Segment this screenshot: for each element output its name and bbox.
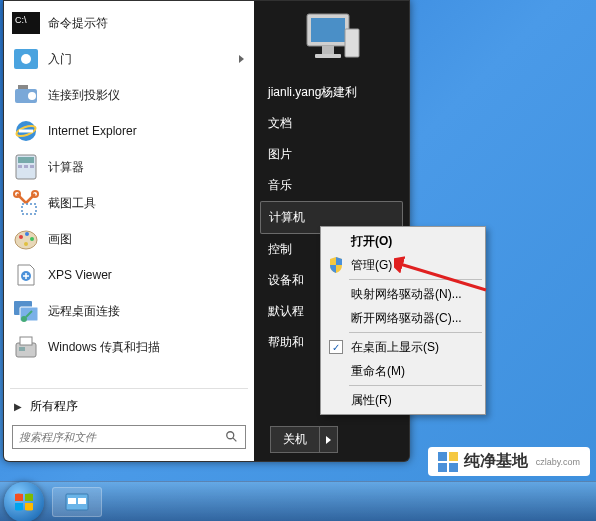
- explorer-icon: [65, 493, 89, 511]
- program-item-calc[interactable]: 计算器: [4, 149, 254, 185]
- projector-icon: [12, 81, 40, 109]
- program-list: C:\命令提示符入门连接到投影仪Internet Explorer计算器截图工具…: [4, 5, 254, 386]
- right-panel-item-0[interactable]: 文档: [260, 108, 403, 139]
- svg-rect-13: [30, 165, 34, 168]
- right-panel-item-2[interactable]: 音乐: [260, 170, 403, 201]
- program-item-getstarted[interactable]: 入门: [4, 41, 254, 77]
- context-menu-item-3[interactable]: 映射网络驱动器(N)...: [323, 282, 483, 306]
- separator: [10, 388, 248, 389]
- fax-icon: [12, 333, 40, 361]
- watermark-logo-icon: [438, 452, 458, 472]
- svg-rect-34: [315, 54, 341, 58]
- watermark: 纯净基地 czlaby.com: [428, 447, 590, 476]
- menu-item-label: 重命名(M): [351, 363, 405, 380]
- svg-rect-6: [18, 85, 28, 89]
- svg-rect-10: [18, 157, 34, 163]
- program-item-paint[interactable]: 画图: [4, 221, 254, 257]
- calc-icon: [12, 153, 40, 181]
- svg-rect-12: [24, 165, 28, 168]
- svg-rect-11: [18, 165, 22, 168]
- start-left-column: C:\命令提示符入门连接到投影仪Internet Explorer计算器截图工具…: [4, 1, 254, 461]
- menu-item-label: 打开(O): [351, 233, 392, 250]
- program-item-fax[interactable]: Windows 传真和扫描: [4, 329, 254, 365]
- svg-point-29: [227, 432, 234, 439]
- svg-rect-33: [322, 46, 334, 54]
- context-menu: 打开(O)管理(G)映射网络驱动器(N)...断开网络驱动器(C)...✓在桌面…: [320, 226, 486, 415]
- svg-line-30: [233, 438, 237, 442]
- context-menu-item-0[interactable]: 打开(O): [323, 229, 483, 253]
- svg-rect-32: [311, 18, 345, 42]
- svg-point-20: [30, 237, 34, 241]
- start-button[interactable]: [4, 482, 44, 522]
- rdp-icon: [12, 297, 40, 325]
- program-label: Windows 传真和扫描: [48, 339, 160, 356]
- search-input[interactable]: [19, 431, 225, 443]
- svg-rect-39: [449, 452, 458, 461]
- search-icon: [225, 430, 239, 444]
- watermark-brand: 纯净基地: [464, 451, 528, 472]
- ie-icon: [12, 117, 40, 145]
- svg-rect-43: [68, 498, 76, 504]
- svg-rect-40: [438, 463, 447, 472]
- search-input-container[interactable]: [12, 425, 246, 449]
- shutdown-button[interactable]: 关机: [270, 426, 320, 453]
- program-label: 画图: [48, 231, 72, 248]
- menu-separator: [349, 332, 482, 333]
- program-item-ie[interactable]: Internet Explorer: [4, 113, 254, 149]
- svg-rect-44: [78, 498, 86, 504]
- svg-rect-28: [19, 347, 25, 351]
- paint-icon: [12, 225, 40, 253]
- context-menu-item-6[interactable]: ✓在桌面上显示(S): [323, 335, 483, 359]
- menu-separator: [349, 279, 482, 280]
- shutdown-area: 关机: [270, 426, 338, 453]
- program-item-xps[interactable]: XPS Viewer: [4, 257, 254, 293]
- getstarted-icon: [12, 45, 40, 73]
- svg-rect-41: [449, 463, 458, 472]
- program-item-cmd[interactable]: C:\命令提示符: [4, 5, 254, 41]
- program-label: 截图工具: [48, 195, 96, 212]
- svg-point-19: [25, 232, 29, 236]
- taskbar: [0, 481, 596, 521]
- menu-item-label: 在桌面上显示(S): [351, 339, 439, 356]
- user-name-item[interactable]: jianli.yang杨建利: [260, 77, 403, 108]
- xps-icon: [12, 261, 40, 289]
- svg-rect-38: [438, 452, 447, 461]
- program-label: Internet Explorer: [48, 124, 137, 138]
- svg-point-3: [21, 54, 31, 64]
- svg-rect-35: [345, 29, 359, 57]
- program-label: 连接到投影仪: [48, 87, 120, 104]
- program-label: 命令提示符: [48, 15, 108, 32]
- context-menu-item-9[interactable]: 属性(R): [323, 388, 483, 412]
- program-label: 计算器: [48, 159, 84, 176]
- program-label: XPS Viewer: [48, 268, 112, 282]
- cmd-icon: C:\: [12, 9, 40, 37]
- context-menu-item-7[interactable]: 重命名(M): [323, 359, 483, 383]
- checkbox-icon: ✓: [327, 338, 345, 356]
- menu-item-label: 属性(R): [351, 392, 392, 409]
- menu-item-label: 管理(G): [351, 257, 392, 274]
- svg-point-21: [24, 242, 28, 246]
- svg-point-18: [19, 235, 23, 239]
- menu-separator: [349, 385, 482, 386]
- menu-item-label: 映射网络驱动器(N)...: [351, 286, 462, 303]
- svg-text:C:\: C:\: [15, 15, 27, 25]
- all-programs-button[interactable]: ▶ 所有程序: [4, 391, 254, 421]
- taskbar-explorer-button[interactable]: [52, 487, 102, 517]
- right-panel-item-1[interactable]: 图片: [260, 139, 403, 170]
- context-menu-item-4[interactable]: 断开网络驱动器(C)...: [323, 306, 483, 330]
- svg-point-5: [28, 92, 36, 100]
- arrow-right-icon: ▶: [14, 401, 22, 412]
- program-item-projector[interactable]: 连接到投影仪: [4, 77, 254, 113]
- program-item-rdp[interactable]: 远程桌面连接: [4, 293, 254, 329]
- program-label: 远程桌面连接: [48, 303, 120, 320]
- program-item-snip[interactable]: 截图工具: [4, 185, 254, 221]
- menu-item-label: 断开网络驱动器(C)...: [351, 310, 462, 327]
- svg-rect-16: [22, 204, 36, 214]
- computer-icon: [297, 9, 367, 69]
- svg-rect-27: [20, 337, 32, 345]
- shutdown-options-button[interactable]: [320, 426, 338, 453]
- shield-icon: [327, 256, 345, 274]
- windows-logo-icon: [13, 491, 35, 513]
- all-programs-label: 所有程序: [30, 398, 78, 415]
- context-menu-item-1[interactable]: 管理(G): [323, 253, 483, 277]
